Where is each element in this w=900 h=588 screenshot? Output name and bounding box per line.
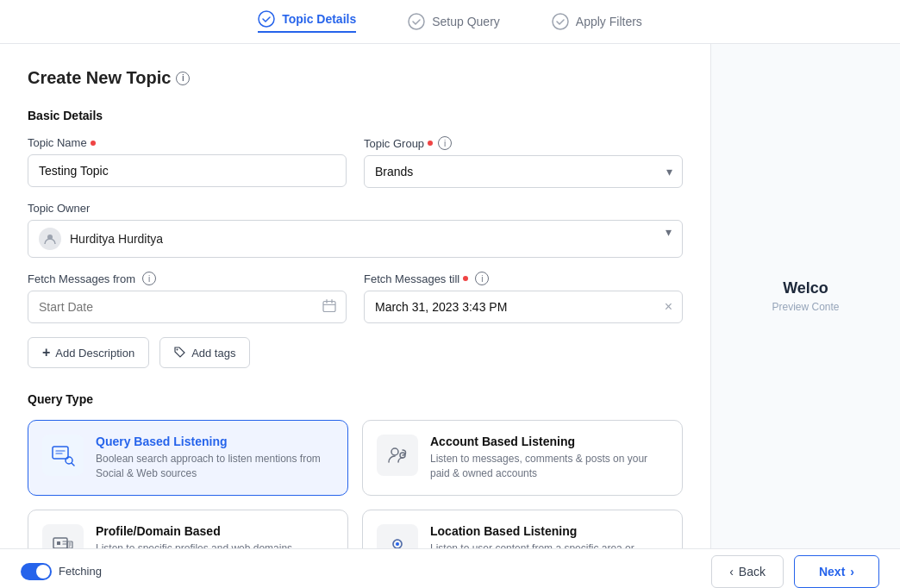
svg-rect-6 bbox=[53, 447, 68, 459]
nav-step-setup-query-label: Setup Query bbox=[432, 15, 500, 28]
account-based-content: Account Based Listening Listen to messag… bbox=[430, 435, 668, 481]
topic-owner-label: Topic Owner bbox=[28, 202, 683, 215]
query-type-section: Query Type Query Based Listening bbox=[28, 392, 683, 548]
topic-group-select[interactable]: Brands bbox=[364, 155, 683, 188]
svg-rect-4 bbox=[323, 302, 335, 312]
add-description-button[interactable]: + Add Description bbox=[28, 337, 149, 368]
owner-avatar bbox=[39, 228, 61, 250]
nav-step-topic-details-label: Topic Details bbox=[282, 12, 356, 26]
svg-rect-11 bbox=[57, 541, 60, 545]
location-based-content: Location Based Listening Listen to user … bbox=[430, 524, 634, 548]
fetch-from-date-wrapper bbox=[28, 291, 347, 323]
fetch-till-required bbox=[463, 276, 468, 281]
fetch-from-info-icon[interactable]: i bbox=[142, 272, 156, 285]
account-based-icon bbox=[377, 435, 418, 476]
nav-step-topic-details[interactable]: Topic Details bbox=[258, 10, 356, 33]
topic-owner-select[interactable]: Hurditya Hurditya ▾ bbox=[28, 220, 683, 258]
profile-domain-icon bbox=[42, 524, 84, 548]
page-title-info-icon[interactable]: i bbox=[176, 72, 190, 85]
back-chevron-icon: ‹ bbox=[729, 565, 734, 579]
basic-details-title: Basic Details bbox=[28, 109, 683, 122]
query-based-icon bbox=[42, 435, 84, 476]
avatar-icon bbox=[43, 232, 57, 246]
topic-owner-select-wrapper: Hurditya Hurditya ▾ bbox=[28, 220, 683, 258]
query-type-title: Query Type bbox=[28, 392, 683, 406]
fetch-till-label: Fetch Messages till i bbox=[364, 272, 683, 285]
fetching-label: Fetching bbox=[59, 565, 102, 578]
nav-step-apply-filters[interactable]: Apply Filters bbox=[552, 13, 642, 30]
topic-name-input[interactable] bbox=[28, 154, 347, 187]
fetch-till-info-icon[interactable]: i bbox=[475, 272, 489, 285]
preview-welcome: Welco bbox=[783, 279, 828, 297]
fetch-till-input[interactable] bbox=[364, 291, 683, 323]
footer: Fetching ‹ Back Next › bbox=[0, 548, 900, 588]
query-card-query-based[interactable]: Query Based Listening Boolean search app… bbox=[28, 420, 348, 496]
topic-name-label: Topic Name bbox=[28, 136, 347, 149]
preview-panel: Welco Preview Conte bbox=[710, 44, 900, 548]
next-chevron-icon: › bbox=[850, 565, 854, 579]
setup-query-icon bbox=[408, 13, 425, 30]
calendar-icon[interactable] bbox=[322, 299, 336, 316]
topic-name-group-row: Topic Name Topic Group i Brands ▾ bbox=[28, 136, 683, 188]
main-content: Create New Topic i Basic Details Topic N… bbox=[0, 44, 900, 548]
next-button[interactable]: Next › bbox=[794, 555, 879, 588]
preview-sub: Preview Conte bbox=[772, 301, 839, 313]
fetch-dates-row: Fetch Messages from i Fetc bbox=[28, 272, 683, 323]
back-button[interactable]: ‹ Back bbox=[711, 555, 784, 588]
account-based-desc: Listen to messages, comments & posts on … bbox=[430, 452, 668, 481]
fetch-till-clear-icon[interactable]: × bbox=[665, 299, 672, 315]
account-based-title: Account Based Listening bbox=[430, 435, 668, 448]
svg-point-5 bbox=[177, 349, 178, 351]
fetch-till-date-wrapper: × bbox=[364, 291, 683, 323]
topic-group-info-icon[interactable]: i bbox=[438, 136, 452, 150]
fetch-from-field: Fetch Messages from i bbox=[28, 272, 347, 323]
query-based-title: Query Based Listening bbox=[96, 435, 334, 448]
apply-filters-icon bbox=[552, 13, 569, 30]
tag-icon bbox=[174, 347, 186, 359]
topic-group-select-wrapper: Brands ▾ bbox=[364, 155, 683, 188]
svg-point-8 bbox=[391, 448, 398, 455]
action-buttons: + Add Description Add tags bbox=[28, 337, 683, 368]
query-card-account-based[interactable]: Account Based Listening Listen to messag… bbox=[362, 420, 683, 496]
query-based-content: Query Based Listening Boolean search app… bbox=[96, 435, 334, 481]
fetching-toggle: Fetching bbox=[21, 563, 102, 580]
profile-domain-desc: Listen to specific profiles and web doma… bbox=[96, 541, 292, 548]
fetch-from-input[interactable] bbox=[28, 291, 347, 323]
query-card-location-based[interactable]: Location Based Listening Listen to user … bbox=[362, 510, 683, 548]
topic-name-field: Topic Name bbox=[28, 136, 347, 188]
query-based-desc: Boolean search approach to listen mentio… bbox=[96, 452, 334, 481]
fetch-from-label: Fetch Messages from i bbox=[28, 272, 347, 285]
topic-group-field: Topic Group i Brands ▾ bbox=[364, 136, 683, 188]
topic-group-required bbox=[428, 141, 433, 146]
nav-step-setup-query[interactable]: Setup Query bbox=[408, 13, 500, 30]
page-title: Create New Topic i bbox=[28, 68, 683, 88]
add-tags-button[interactable]: Add tags bbox=[159, 337, 250, 368]
fetch-till-field: Fetch Messages till i × bbox=[364, 272, 683, 323]
nav-step-apply-filters-label: Apply Filters bbox=[576, 15, 642, 28]
query-type-grid: Query Based Listening Boolean search app… bbox=[28, 420, 683, 548]
svg-point-14 bbox=[396, 542, 399, 546]
wizard-nav: Topic Details Setup Query Apply Filters bbox=[0, 0, 900, 44]
location-based-icon bbox=[377, 524, 418, 548]
location-based-desc: Listen to user content from a specific a… bbox=[430, 541, 634, 548]
owner-chevron: ▾ bbox=[666, 225, 672, 239]
svg-point-2 bbox=[553, 14, 568, 29]
query-card-profile-domain[interactable]: Profile/Domain Based Listen to specific … bbox=[28, 510, 348, 548]
plus-icon: + bbox=[42, 345, 50, 360]
topic-details-icon bbox=[258, 10, 275, 28]
topic-owner-value: Hurditya Hurditya bbox=[70, 232, 657, 246]
topic-owner-field: Topic Owner Hurditya Hurditya ▾ bbox=[28, 202, 683, 258]
form-area: Create New Topic i Basic Details Topic N… bbox=[0, 44, 710, 548]
fetching-toggle-switch[interactable] bbox=[21, 563, 52, 580]
topic-name-required bbox=[91, 141, 96, 146]
profile-domain-content: Profile/Domain Based Listen to specific … bbox=[96, 524, 292, 548]
footer-buttons: ‹ Back Next › bbox=[711, 555, 879, 588]
location-based-title: Location Based Listening bbox=[430, 524, 634, 538]
svg-point-0 bbox=[259, 11, 274, 27]
profile-domain-title: Profile/Domain Based bbox=[96, 524, 292, 538]
svg-point-1 bbox=[409, 14, 424, 29]
topic-group-label: Topic Group i bbox=[364, 136, 683, 150]
